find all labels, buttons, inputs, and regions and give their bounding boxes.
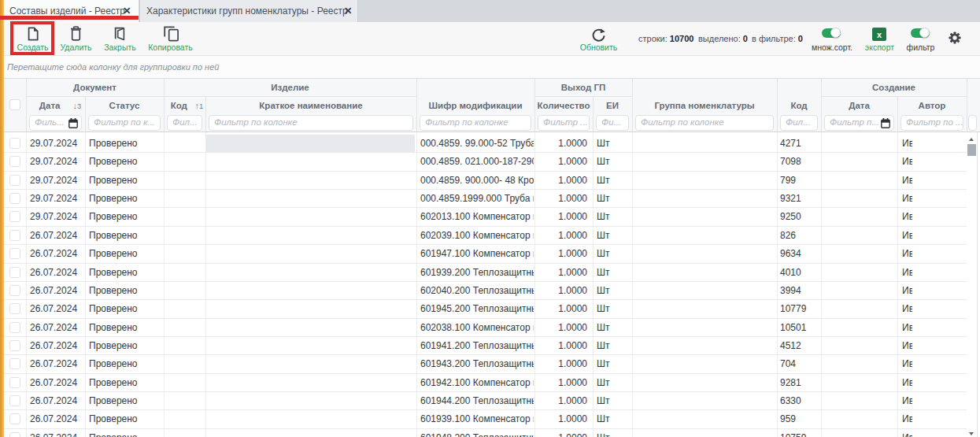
svg-text:x: x — [877, 30, 882, 39]
